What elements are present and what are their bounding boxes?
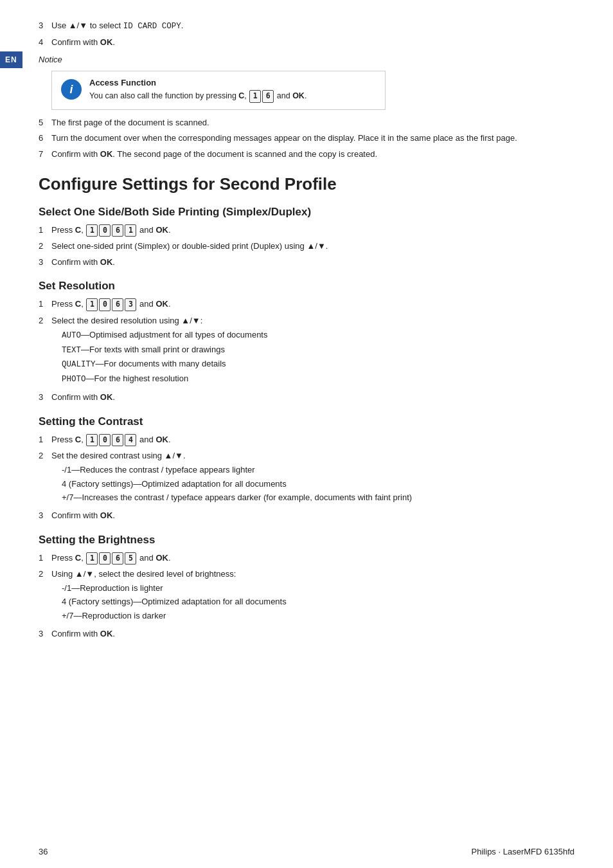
footer: 36 Philips · LaserMFD 6135hfd: [0, 847, 613, 856]
list-item: 4 Confirm with OK.: [39, 36, 574, 49]
list-item: 7 Confirm with OK. The second page of th…: [39, 148, 574, 161]
section3-heading: Set Resolution: [39, 280, 574, 293]
step-text: Using ▲/▼, select the desired level of b…: [51, 568, 574, 624]
section3-steps: 1 Press C, 1063 and OK. 2 Select the des…: [39, 298, 574, 403]
section1-heading: Configure Settings for Second Profile: [39, 174, 574, 194]
option-default: 4 (Factory settings)—Optimized adaptatio…: [62, 478, 574, 490]
page-number: 36: [39, 847, 48, 856]
step-number: 3: [39, 391, 48, 404]
list-item: 1 Press C, 1061 and OK.: [39, 224, 574, 237]
step-number: 6: [39, 132, 48, 145]
step-text: Confirm with OK.: [51, 509, 574, 522]
list-item: 6 Turn the document over when the corres…: [39, 132, 574, 145]
step-number: 1: [39, 298, 48, 311]
top-steps: 3 Use ▲/▼ to select ID CARD COPY. 4 Conf…: [39, 19, 574, 48]
list-item: 3 Confirm with OK.: [39, 628, 574, 640]
step-number: 3: [39, 628, 48, 640]
option-photo: PHOTO—For the highest resolution: [62, 373, 574, 386]
step-text: Confirm with OK. The second page of the …: [51, 148, 574, 161]
step-number: 2: [39, 449, 48, 506]
list-item: 5 The first page of the document is scan…: [39, 116, 574, 129]
list-item: 3 Confirm with OK.: [39, 256, 574, 269]
kbd-1: 1: [249, 90, 261, 102]
section5-steps: 1 Press C, 1065 and OK. 2 Using ▲/▼, sel…: [39, 552, 574, 640]
step-text: Confirm with OK.: [51, 36, 574, 49]
notice-body: You can also call the function by pressi…: [89, 90, 306, 102]
notice-content: Access Function You can also call the fu…: [89, 78, 306, 102]
step-text: Press C, 1063 and OK.: [51, 298, 574, 311]
list-item: 2 Set the desired contrast using ▲/▼. -/…: [39, 449, 574, 506]
option-text: TEXT—For texts with small print or drawi…: [62, 344, 574, 357]
kbd-6: 6: [112, 224, 123, 237]
kbd-0: 0: [99, 224, 111, 237]
section2-steps: 1 Press C, 1061 and OK. 2 Select one-sid…: [39, 224, 574, 268]
list-item: 3 Confirm with OK.: [39, 391, 574, 404]
section4-steps: 1 Press C, 1064 and OK. 2 Set the desire…: [39, 433, 574, 522]
step-number: 1: [39, 433, 48, 446]
notice-title: Access Function: [89, 78, 306, 87]
kbd-0: 0: [99, 552, 111, 565]
list-item: 2 Select the desired resolution using ▲/…: [39, 314, 574, 388]
contrast-options: -/1—Reduces the contrast / typeface appe…: [62, 464, 574, 503]
option-low: -/1—Reproduction is lighter: [62, 583, 574, 594]
step-text: Turn the document over when the correspo…: [51, 132, 574, 145]
list-item: 1 Press C, 1063 and OK.: [39, 298, 574, 311]
kbd-5: 5: [125, 552, 136, 565]
option-high: +/7—Increases the contrast / typeface ap…: [62, 492, 574, 503]
list-item: 1 Press C, 1064 and OK.: [39, 433, 574, 446]
step-text: Select one-sided print (Simplex) or doub…: [51, 240, 574, 253]
kbd-6: 6: [112, 434, 123, 446]
step-number: 4: [39, 36, 48, 49]
step-text: Press C, 1065 and OK.: [51, 552, 574, 565]
notice-box: i Access Function You can also call the …: [51, 71, 386, 109]
section4-heading: Setting the Contrast: [39, 415, 574, 428]
step-text: Confirm with OK.: [51, 256, 574, 269]
kbd-6: 6: [262, 90, 274, 102]
steps-5-7: 5 The first page of the document is scan…: [39, 116, 574, 161]
kbd-4: 4: [125, 434, 136, 446]
kbd-1b: 1: [125, 224, 136, 237]
page: EN 3 Use ▲/▼ to select ID CARD COPY. 4 C…: [0, 0, 613, 868]
step-text: Select the desired resolution using ▲/▼:…: [51, 314, 574, 388]
notice-label-text: Notice: [39, 55, 62, 64]
step-number: 1: [39, 552, 48, 565]
kbd-0: 0: [99, 434, 111, 446]
step-number: 7: [39, 148, 48, 161]
list-item: 3 Confirm with OK.: [39, 509, 574, 522]
notice-label: Notice: [39, 55, 574, 64]
list-item: 2 Select one-sided print (Simplex) or do…: [39, 240, 574, 253]
step-number: 3: [39, 256, 48, 269]
step-number: 5: [39, 116, 48, 129]
kbd-1: 1: [86, 434, 98, 446]
option-auto: AUTO—Optimised adjustment for all types …: [62, 329, 574, 342]
option-default: 4 (Factory settings)—Optimized adaptatio…: [62, 596, 574, 608]
language-tab: EN: [0, 51, 22, 68]
section2-heading: Select One Side/Both Side Printing (Simp…: [39, 206, 574, 219]
step-number: 3: [39, 509, 48, 522]
step-text: Use ▲/▼ to select ID CARD COPY.: [51, 19, 574, 33]
step-text: The first page of the document is scanne…: [51, 116, 574, 129]
kbd-1: 1: [86, 552, 98, 565]
step-text: Confirm with OK.: [51, 628, 574, 640]
kbd-0: 0: [99, 298, 111, 311]
brand-name: Philips · LaserMFD 6135hfd: [472, 847, 574, 856]
step-number: 2: [39, 240, 48, 253]
step-number: 1: [39, 224, 48, 237]
step-number: 3: [39, 19, 48, 33]
step-number: 2: [39, 314, 48, 388]
kbd-1: 1: [86, 224, 98, 237]
info-icon: i: [61, 79, 82, 100]
step-text: Confirm with OK.: [51, 391, 574, 404]
resolution-options: AUTO—Optimised adjustment for all types …: [62, 329, 574, 385]
step-text: Set the desired contrast using ▲/▼. -/1—…: [51, 449, 574, 506]
kbd-3: 3: [125, 298, 136, 311]
brightness-options: -/1—Reproduction is lighter 4 (Factory s…: [62, 583, 574, 622]
option-quality: QUALITY—For documents with many details: [62, 358, 574, 371]
kbd-6: 6: [112, 298, 123, 311]
step-number: 2: [39, 568, 48, 624]
section5-heading: Setting the Brightness: [39, 534, 574, 547]
kbd-1: 1: [86, 298, 98, 311]
step-text: Press C, 1064 and OK.: [51, 433, 574, 446]
step-text: Press C, 1061 and OK.: [51, 224, 574, 237]
list-item: 1 Press C, 1065 and OK.: [39, 552, 574, 565]
